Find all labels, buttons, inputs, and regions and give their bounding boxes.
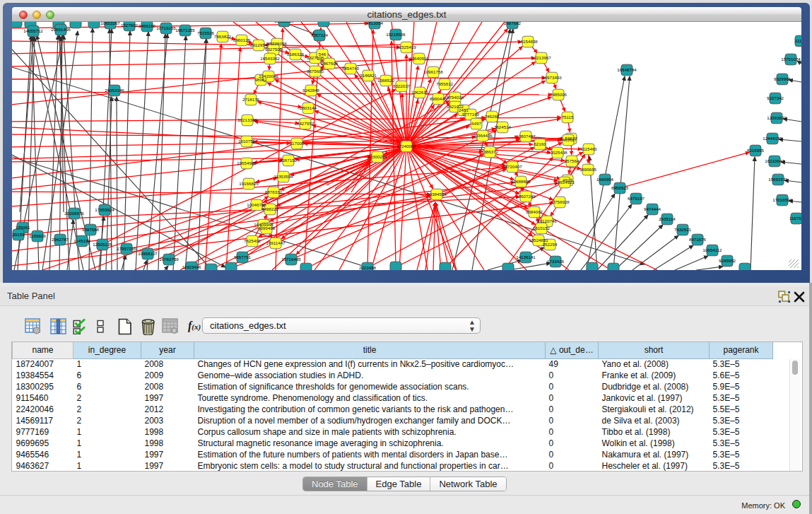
svg-text:25226058: 25226058 <box>267 41 287 46</box>
svg-text:7485006: 7485006 <box>550 92 567 97</box>
svg-text:9777169: 9777169 <box>462 112 480 117</box>
svg-text:10958107: 10958107 <box>138 251 158 256</box>
svg-text:10719155: 10719155 <box>156 25 176 30</box>
svg-text:7357224: 7357224 <box>311 33 329 37</box>
svg-text:3675685: 3675685 <box>307 69 324 74</box>
svg-text:9242848: 9242848 <box>302 88 320 93</box>
svg-text:9329966: 9329966 <box>774 76 792 81</box>
svg-text:7632621: 7632621 <box>674 227 692 232</box>
svg-text:7955812: 7955812 <box>436 81 454 86</box>
svg-text:116753: 116753 <box>789 216 801 221</box>
svg-text:11923446: 11923446 <box>182 264 201 269</box>
svg-text:12325419: 12325419 <box>396 45 416 49</box>
svg-text:11125: 11125 <box>795 38 801 43</box>
svg-text:8813054: 8813054 <box>366 22 384 25</box>
svg-text:135061: 135061 <box>16 225 30 230</box>
svg-text:20364436: 20364436 <box>473 133 493 138</box>
svg-text:1145194: 1145194 <box>73 238 90 243</box>
svg-text:19384554: 19384554 <box>427 192 447 197</box>
svg-text:2023488: 2023488 <box>359 265 377 270</box>
svg-text:10756928: 10756928 <box>550 199 570 204</box>
svg-text:1615152: 1615152 <box>533 226 551 230</box>
svg-text:8186328: 8186328 <box>287 52 305 57</box>
svg-text:8427552: 8427552 <box>297 121 314 126</box>
svg-text:12213967: 12213967 <box>531 55 551 60</box>
svg-text:15751074: 15751074 <box>781 57 801 62</box>
svg-text:8322037: 8322037 <box>393 83 411 88</box>
svg-text:6497: 6497 <box>471 121 481 126</box>
svg-text:17016504: 17016504 <box>772 197 792 202</box>
svg-text:9084067: 9084067 <box>526 209 543 214</box>
svg-text:15692971: 15692971 <box>768 177 788 182</box>
svg-text:9699695: 9699695 <box>579 167 597 172</box>
svg-text:957564: 957564 <box>565 158 579 163</box>
svg-text:19166825: 19166825 <box>239 181 259 186</box>
svg-text:6794024: 6794024 <box>447 95 464 100</box>
svg-text:9463627: 9463627 <box>560 137 577 142</box>
svg-text:16120746: 16120746 <box>537 218 557 223</box>
svg-text:2718176: 2718176 <box>242 97 260 102</box>
svg-text:1362615: 1362615 <box>411 90 429 95</box>
svg-text:19654923: 19654923 <box>555 180 575 185</box>
svg-text:1610755: 1610755 <box>238 139 256 144</box>
svg-text:19218506: 19218506 <box>386 32 406 37</box>
svg-text:39159: 39159 <box>12 232 25 237</box>
svg-text:9466160: 9466160 <box>139 23 156 28</box>
svg-text:9146821: 9146821 <box>360 73 377 78</box>
svg-text:8854749: 8854749 <box>342 66 360 71</box>
svg-text:9227342: 9227342 <box>767 95 784 100</box>
svg-text:1640954: 1640954 <box>596 177 614 182</box>
svg-text:1156829: 1156829 <box>29 233 46 238</box>
svg-text:20691406: 20691406 <box>51 27 71 32</box>
svg-text:9245652: 9245652 <box>719 258 736 263</box>
svg-text:17957255: 17957255 <box>117 246 136 251</box>
svg-text:7515526: 7515526 <box>197 30 215 35</box>
svg-text:1733426: 1733426 <box>547 259 565 264</box>
svg-text:10973493: 10973493 <box>542 75 562 80</box>
svg-text:2935114: 2935114 <box>659 216 676 221</box>
svg-text:8471676: 8471676 <box>689 237 707 242</box>
svg-text:10807487: 10807487 <box>516 134 536 139</box>
svg-text:16154838: 16154838 <box>518 39 538 44</box>
svg-text:9397588: 9397588 <box>82 227 100 232</box>
svg-text:16671355: 16671355 <box>175 28 195 33</box>
svg-text:1588520: 1588520 <box>377 78 395 83</box>
svg-text:7663822: 7663822 <box>214 34 232 39</box>
svg-text:2803144: 2803144 <box>300 105 317 110</box>
svg-text:546: 546 <box>319 52 326 57</box>
svg-text:746266: 746266 <box>485 114 500 119</box>
svg-text:2942787: 2942787 <box>52 237 69 242</box>
svg-text:10961758: 10961758 <box>423 69 443 74</box>
svg-text:7386372: 7386372 <box>481 149 499 154</box>
svg-text:20206576: 20206576 <box>64 211 84 216</box>
svg-text:8990448: 8990448 <box>430 96 447 101</box>
svg-text:15716485: 15716485 <box>281 257 301 262</box>
svg-text:8958923: 8958923 <box>611 185 629 190</box>
svg-text:1527602: 1527602 <box>121 23 139 28</box>
svg-text:9474444: 9474444 <box>644 206 661 211</box>
svg-text:6479197: 6479197 <box>628 196 645 201</box>
svg-text:26053346: 26053346 <box>105 88 124 93</box>
svg-text:8878332: 8878332 <box>265 189 283 194</box>
svg-text:252254: 252254 <box>543 242 558 247</box>
svg-text:16911447: 16911447 <box>266 240 286 245</box>
svg-text:75115: 75115 <box>562 115 574 119</box>
svg-text:16543362: 16543362 <box>260 56 280 61</box>
svg-text:11353594: 11353594 <box>273 174 293 179</box>
svg-text:15720407: 15720407 <box>502 164 522 169</box>
svg-text:18300295: 18300295 <box>367 154 387 159</box>
svg-text:2867608: 2867608 <box>321 61 339 66</box>
svg-text:3624514: 3624514 <box>494 124 512 129</box>
svg-text:10654112: 10654112 <box>702 247 722 252</box>
svg-text:4099489: 4099489 <box>258 226 276 230</box>
svg-text:14136141: 14136141 <box>516 255 536 259</box>
svg-text:18607249: 18607249 <box>516 194 536 199</box>
svg-text:22420046: 22420046 <box>259 74 278 78</box>
svg-text:10688609: 10688609 <box>511 179 531 184</box>
svg-text:9115460: 9115460 <box>580 146 597 151</box>
svg-text:13640910: 13640910 <box>409 56 429 61</box>
svg-text:12444159: 12444159 <box>763 136 782 141</box>
svg-text:317006: 317006 <box>290 141 305 146</box>
svg-text:8960128: 8960128 <box>233 37 251 42</box>
svg-text:12213369: 12213369 <box>237 117 257 122</box>
